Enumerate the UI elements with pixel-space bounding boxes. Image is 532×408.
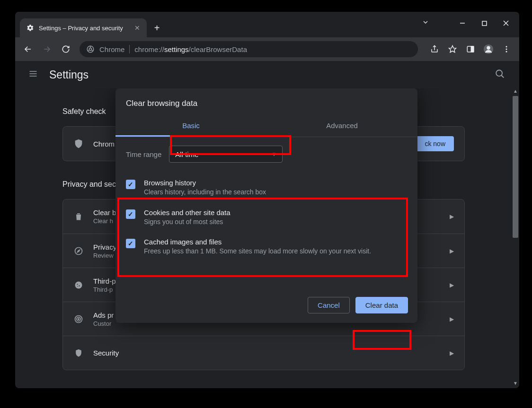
safety-text: Chrom (93, 140, 115, 148)
reload-button[interactable] (58, 41, 74, 57)
tab-advanced[interactable]: Advanced (266, 116, 417, 137)
svg-point-34 (78, 318, 80, 320)
chevron-right-icon: ▶ (450, 350, 454, 356)
svg-point-30 (79, 285, 80, 286)
browser-tab[interactable]: Settings – Privacy and security ✕ (20, 18, 147, 37)
settings-content: Safety check Chrom ck now Privacy and se… (15, 88, 519, 388)
target-icon (73, 314, 84, 324)
scroll-up-icon[interactable]: ▲ (512, 88, 519, 96)
svg-point-19 (506, 49, 507, 50)
clear-data-dialog: Clear browsing data Basic Advanced Time … (115, 88, 417, 323)
omnibox-prefix: Chrome (99, 45, 124, 53)
toolbar-right (426, 41, 514, 57)
time-range-select[interactable]: All time ▼ (169, 146, 283, 163)
sidepanel-icon[interactable] (462, 41, 479, 57)
svg-point-17 (487, 46, 490, 50)
menu-icon[interactable] (498, 41, 514, 57)
check-now-button[interactable]: ck now (416, 136, 454, 151)
new-tab-button[interactable]: + (154, 18, 160, 37)
omnibox-url: chrome://settings/clearBrowserData (134, 45, 247, 53)
svg-point-20 (506, 51, 507, 52)
tab-title: Settings – Privacy and security (39, 25, 123, 32)
svg-marker-12 (449, 46, 456, 52)
svg-point-7 (89, 48, 91, 50)
vertical-scrollbar[interactable]: ▲ ▼ (512, 88, 519, 388)
svg-line-10 (91, 50, 93, 51)
titlebar: Settings – Privacy and security ✕ + (15, 12, 519, 37)
toolbar: Chrome chrome://settings/clearBrowserDat… (15, 37, 519, 61)
tab-basic[interactable]: Basic (115, 116, 266, 137)
time-range-label: Time range (126, 150, 161, 158)
svg-point-26 (75, 247, 82, 254)
minimize-button[interactable] (452, 16, 473, 31)
clear-data-button[interactable]: Clear data (355, 297, 408, 313)
dialog-tabs: Basic Advanced (115, 116, 417, 137)
time-range-value: All time (175, 150, 198, 158)
checkbox-icon[interactable]: ✓ (126, 239, 135, 248)
svg-point-29 (77, 284, 78, 285)
compass-icon (73, 246, 84, 256)
dialog-title: Clear browsing data (115, 88, 417, 116)
address-bar[interactable]: Chrome chrome://settings/clearBrowserDat… (80, 41, 418, 57)
shield-icon (73, 139, 84, 149)
svg-line-25 (501, 75, 504, 78)
trash-icon (73, 212, 84, 221)
svg-point-31 (78, 286, 79, 286)
back-button[interactable] (20, 41, 36, 57)
svg-point-18 (506, 46, 507, 47)
svg-line-9 (88, 50, 89, 51)
settings-header: Settings (15, 61, 519, 88)
tab-dropdown-icon[interactable] (422, 18, 429, 28)
scroll-down-icon[interactable]: ▼ (512, 381, 519, 388)
bookmark-icon[interactable] (444, 41, 461, 57)
maximize-button[interactable] (474, 16, 495, 31)
chevron-right-icon: ▶ (450, 248, 454, 254)
svg-rect-1 (482, 21, 487, 26)
svg-rect-15 (471, 46, 474, 52)
svg-point-28 (75, 281, 82, 288)
scroll-thumb[interactable] (513, 96, 518, 238)
svg-marker-27 (78, 250, 80, 252)
check-browsing-history[interactable]: ✓ Browsing history Clears history, inclu… (126, 173, 407, 203)
close-button[interactable] (496, 16, 516, 31)
tab-close-icon[interactable]: ✕ (134, 24, 140, 32)
row-security[interactable]: Security ▶ (63, 336, 464, 370)
chevron-right-icon: ▶ (450, 316, 454, 322)
svg-point-24 (496, 70, 502, 76)
check-cached[interactable]: ✓ Cached images and files Frees up less … (126, 232, 407, 262)
hamburger-icon[interactable] (28, 69, 38, 81)
forward-button[interactable] (39, 41, 55, 57)
lock-shield-icon (73, 348, 84, 358)
check-cookies[interactable]: ✓ Cookies and other site data Signs you … (126, 203, 407, 233)
checkbox-icon[interactable]: ✓ (126, 180, 135, 189)
checkbox-icon[interactable]: ✓ (126, 209, 135, 219)
gear-icon (27, 24, 34, 32)
window-controls (452, 16, 516, 31)
caret-down-icon: ▼ (271, 151, 276, 157)
profile-icon[interactable] (480, 41, 497, 57)
cancel-button[interactable]: Cancel (308, 297, 350, 313)
cookie-icon (73, 280, 84, 290)
chevron-right-icon: ▶ (450, 282, 454, 288)
share-icon[interactable] (426, 41, 443, 57)
browser-window: Settings – Privacy and security ✕ + Chro… (15, 12, 519, 388)
search-icon[interactable] (495, 69, 505, 81)
chevron-right-icon: ▶ (450, 213, 454, 220)
page-title: Settings (49, 69, 89, 81)
omnibox-divider (129, 45, 130, 53)
chrome-logo-icon (86, 45, 95, 53)
